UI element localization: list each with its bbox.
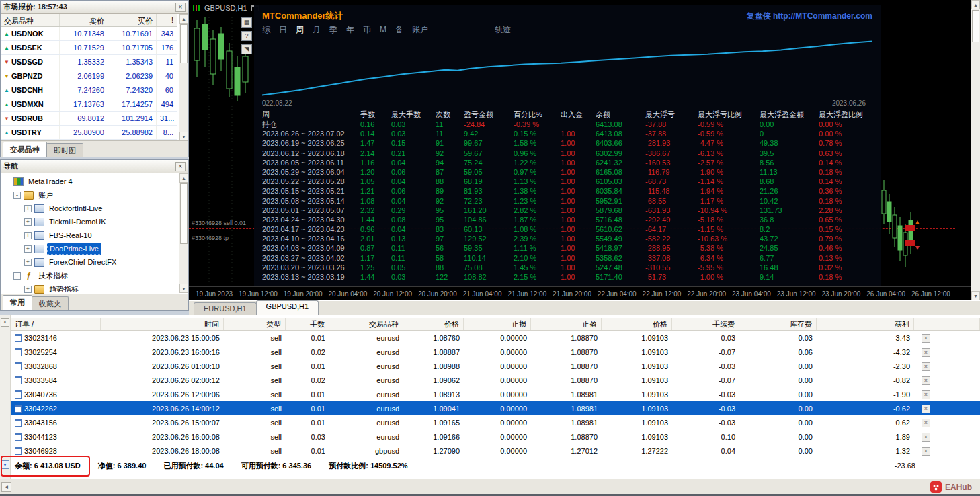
market-watch-close-button[interactable]: × (175, 3, 186, 12)
bid-value: 10.71348 (60, 27, 108, 40)
orders-column-header[interactable]: 类型 (224, 318, 286, 330)
terminal-close-button[interactable]: × (1, 318, 9, 327)
expand-expander-icon[interactable]: + (24, 232, 32, 239)
scroll-up-icon[interactable]: ▲ (179, 173, 188, 183)
close-order-button[interactable]: × (922, 447, 930, 456)
stats-menu-item[interactable]: 月 (313, 24, 321, 36)
order-row[interactable]: 330231462023.06.23 15:00:05sell0.01eurus… (11, 331, 980, 345)
orders-column-header[interactable]: 库存费 (739, 318, 817, 330)
close-order-button[interactable]: × (922, 334, 930, 343)
scroll-up-icon[interactable]: ▲ (971, 0, 980, 9)
market-watch-row[interactable]: ▲USDTRY25.8090025.889828... (1, 126, 177, 140)
market-watch-column-header[interactable]: 买价 (108, 14, 157, 26)
tab-common[interactable]: 常用 (3, 295, 32, 310)
close-order-button[interactable]: × (922, 376, 930, 385)
order-row[interactable]: 330431562023.06.26 15:00:07sell0.01eurus… (11, 415, 980, 429)
expand-expander-icon[interactable]: + (24, 286, 32, 293)
tree-item[interactable]: -账户 (1, 188, 179, 202)
help-button[interactable]: ? (241, 31, 252, 41)
close-order-button[interactable]: × (922, 390, 930, 399)
market-watch-row[interactable]: ▲USDMXN17.1376317.14257494 (1, 97, 177, 112)
orders-column-header[interactable]: 止盈 (531, 318, 602, 330)
close-order-button[interactable]: × (922, 419, 930, 427)
stats-menu-item[interactable]: 年 (346, 24, 354, 36)
market-watch-scrollbar[interactable]: ▲ ▼ (179, 14, 188, 141)
expand-expander-icon[interactable]: + (24, 259, 32, 266)
orders-column-header[interactable]: 止损 (464, 318, 531, 330)
orders-column-header[interactable]: 时间 (101, 318, 224, 330)
stats-grid-button[interactable]: ▦ (241, 17, 252, 28)
tree-item[interactable]: +趋势指标 (1, 282, 179, 294)
close-order-button[interactable]: × (922, 405, 930, 413)
orders-column-header[interactable]: 获利 (817, 318, 914, 330)
scroll-thumb[interactable] (180, 183, 188, 244)
orders-column-header[interactable]: 价格 (403, 318, 464, 330)
scroll-up-icon[interactable]: ▲ (179, 14, 188, 24)
market-watch-row[interactable]: ▼GBPNZD2.061992.0623940 (1, 69, 177, 83)
market-watch-row[interactable]: ▼USDRUB69.8012101.291431... (1, 112, 177, 126)
orders-column-header[interactable]: 手续费 (672, 318, 739, 330)
tab-favorites[interactable]: 收藏夹 (32, 296, 69, 310)
tab-symbols[interactable]: 交易品种 (3, 142, 47, 157)
market-watch-row[interactable]: ▲USDNOK10.7134810.71691343 (1, 27, 177, 41)
order-row[interactable]: 330441232023.06.26 16:00:08sell0.03eurus… (11, 429, 980, 444)
collapse-expander-icon[interactable]: - (13, 272, 21, 280)
order-row[interactable]: 330328682023.06.26 01:00:10sell0.01eurus… (11, 359, 980, 373)
scroll-down-icon[interactable]: ▼ (179, 132, 188, 141)
close-order-button[interactable]: × (922, 362, 930, 371)
expand-expander-icon[interactable]: + (24, 245, 32, 253)
market-watch-column-header[interactable]: ! (157, 14, 177, 26)
stats-menu-item[interactable]: 综 (262, 24, 270, 36)
tree-item[interactable]: MetaTrader 4 (1, 175, 179, 188)
tree-item[interactable]: +RockfortIntl-Live (1, 202, 179, 215)
close-order-button[interactable]: × (922, 348, 930, 357)
tree-item[interactable]: +FBS-Real-10 (1, 229, 179, 242)
close-order-button[interactable]: × (922, 433, 930, 442)
tree-item[interactable]: +DooPrime-Live (1, 242, 179, 255)
orders-column-header[interactable]: 手数 (286, 318, 329, 330)
stats-menu-item[interactable]: 账户 (412, 24, 428, 36)
scroll-thumb[interactable] (180, 24, 188, 63)
expand-expander-icon[interactable]: + (24, 205, 32, 212)
orders-column-header[interactable]: 交易品种 (329, 318, 403, 330)
stats-menu-item[interactable]: 周 (296, 24, 304, 36)
scroll-thumb[interactable] (972, 10, 979, 42)
order-row[interactable]: 330469282023.06.26 18:00:08sell0.01gbpus… (11, 444, 980, 458)
navigator-scrollbar[interactable]: ▲ ▼ (179, 173, 188, 293)
market-watch-column-header[interactable]: 卖价 (60, 14, 108, 26)
order-row[interactable]: 330252542023.06.23 16:00:16sell0.02eurus… (11, 345, 980, 359)
stats-menu-item[interactable]: 币 (363, 24, 371, 36)
chart-scrollbar[interactable]: ▲ ▼ (971, 0, 980, 300)
market-watch-column-header[interactable]: 交易品种 (1, 14, 60, 26)
tree-item[interactable]: -ƒ技术指标 (1, 269, 179, 282)
stats-menu-item-track[interactable]: 轨迹 (495, 24, 511, 36)
tab-tick-chart[interactable]: 即时图 (46, 143, 83, 157)
tab-gbpusd-h1[interactable]: GBPUSD,H1 (256, 300, 319, 315)
mtcommander-link[interactable]: 复盘侠 http://MTCommander.com (747, 11, 872, 22)
collapse-expander-icon[interactable]: - (13, 192, 21, 199)
orders-column-header[interactable]: 订单 / (11, 318, 101, 330)
scroll-down-icon[interactable]: ▼ (971, 291, 980, 300)
navigator-titlebar[interactable]: 导航 × (1, 160, 188, 173)
tab-eurusd-h1[interactable]: EURUSD,H1 (194, 302, 257, 315)
market-watch-row[interactable]: ▲USDSEK10.7152910.71705176 (1, 41, 177, 55)
market-watch-titlebar[interactable]: 市场报价: 18:57:43 × (1, 1, 188, 14)
stats-menu-item[interactable]: 季 (329, 24, 337, 36)
stats-menu-item[interactable]: 日 (279, 24, 287, 36)
order-row[interactable]: 330335842023.06.26 02:00:12sell0.02eurus… (11, 373, 980, 387)
scroll-left-icon[interactable]: ◄ (1, 482, 11, 492)
expand-expander-icon[interactable]: + (24, 218, 32, 226)
scroll-down-icon[interactable]: ▼ (179, 284, 188, 293)
tree-item[interactable]: +Tickmill-DemoUK (1, 215, 179, 229)
order-row[interactable]: 330407362023.06.26 12:00:06sell0.01eurus… (11, 387, 980, 401)
stats-menu-item[interactable]: 备 (395, 24, 403, 36)
tree-item[interactable]: +ForexChief-DirectFX (1, 255, 179, 269)
order-row[interactable]: 330422622023.06.26 14:00:12sell0.01eurus… (11, 401, 980, 415)
orders-column-header[interactable]: 价格 (602, 318, 672, 330)
panel-collapse-button[interactable]: ◥ (241, 44, 252, 54)
navigator-close-button[interactable]: × (175, 162, 186, 171)
market-watch-row[interactable]: ▼USDSGD1.353321.3534311 (1, 55, 177, 69)
market-watch-row[interactable]: ▲USDCNH7.242607.2432060 (1, 83, 177, 97)
stats-menu-item[interactable]: M (380, 25, 386, 34)
chart-area[interactable]: GBPUSD,H1 ▦ ? ◥ (189, 0, 971, 300)
